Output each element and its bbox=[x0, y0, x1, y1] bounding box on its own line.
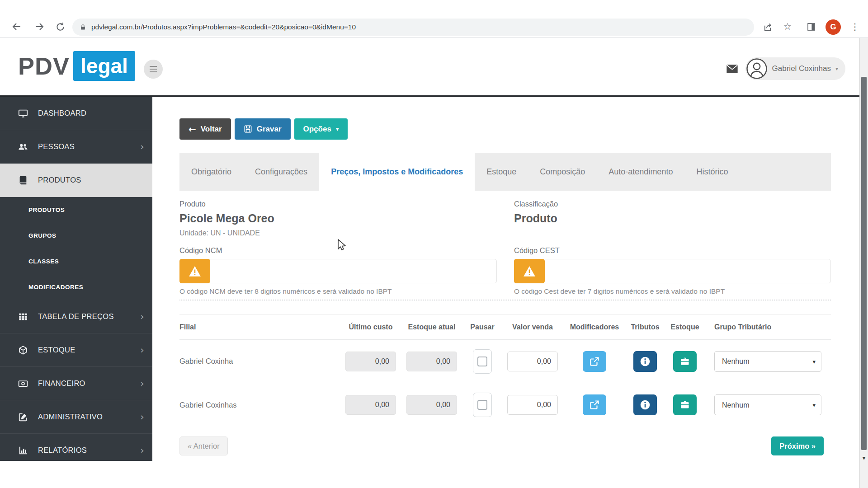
col-header-estoque-atual: Estoque atual bbox=[401, 323, 463, 331]
tab-configuracoes[interactable]: Configurações bbox=[243, 153, 319, 191]
grupo-tributario-select-wrap: Nenhum ▾ bbox=[714, 351, 821, 372]
tributos-button[interactable] bbox=[633, 394, 657, 415]
cube-icon bbox=[18, 345, 28, 355]
codigo-ncm-input[interactable] bbox=[179, 259, 497, 283]
browser-back-icon[interactable] bbox=[10, 20, 24, 33]
opcoes-button[interactable]: Opções ▾ bbox=[294, 118, 348, 140]
briefcase-icon bbox=[679, 399, 690, 410]
tab-bar: Obrigatório Configurações Preços, Impost… bbox=[179, 153, 831, 191]
estoque-row-button[interactable] bbox=[673, 394, 697, 415]
tab-composicao[interactable]: Composição bbox=[528, 153, 597, 191]
ncm-help-text: O código NCM deve ter 8 digitos numérico… bbox=[179, 287, 497, 296]
col-header-modificadores: Modificadores bbox=[563, 323, 626, 331]
cest-warning-button[interactable] bbox=[514, 259, 545, 283]
sidebar-item-produtos[interactable]: PRODUTOS bbox=[0, 164, 152, 197]
submenu-item-modificadores[interactable]: MODIFICADORES bbox=[0, 274, 152, 300]
side-panel-icon[interactable] bbox=[805, 21, 817, 33]
tab-estoque[interactable]: Estoque bbox=[475, 153, 528, 191]
grupo-tributario-select[interactable]: Nenhum bbox=[714, 394, 821, 415]
tab-historico[interactable]: Histórico bbox=[684, 153, 740, 191]
gravar-button[interactable]: Gravar bbox=[235, 118, 291, 140]
external-link-icon bbox=[589, 399, 600, 410]
modificadores-button[interactable] bbox=[583, 394, 606, 415]
book-icon bbox=[18, 175, 28, 185]
page-scrollbar[interactable]: ▾ bbox=[859, 38, 868, 488]
ultimo-custo-input bbox=[345, 352, 396, 371]
share-icon[interactable] bbox=[762, 21, 774, 33]
browser-forward-icon[interactable] bbox=[33, 20, 46, 33]
tab-obrigatorio[interactable]: Obrigatório bbox=[179, 153, 243, 191]
save-floppy-icon bbox=[244, 125, 252, 133]
sidebar-item-label: DASHBOARD bbox=[38, 109, 86, 117]
url-bar[interactable]: pdvlegal.com.br/Produtos.aspx?impProblem… bbox=[72, 19, 754, 36]
hamburger-icon bbox=[150, 66, 157, 67]
messages-envelope-icon[interactable] bbox=[726, 64, 738, 74]
proximo-button[interactable]: Próximo » bbox=[771, 436, 824, 455]
sidebar-item-label: ESTOQUE bbox=[38, 346, 75, 354]
browser-reload-icon[interactable] bbox=[53, 20, 67, 33]
sidebar-item-estoque[interactable]: ESTOQUE › bbox=[0, 333, 152, 367]
valor-venda-input[interactable] bbox=[507, 395, 558, 415]
sidebar-item-financeiro[interactable]: FINANCEIRO › bbox=[0, 367, 152, 400]
classificacao-value: Produto bbox=[514, 212, 831, 225]
table-row: Gabriel Coxinha Nenhum ▾ bbox=[179, 340, 831, 383]
submenu-item-grupos[interactable]: GRUPOS bbox=[0, 223, 152, 249]
estoque-row-button[interactable] bbox=[673, 351, 697, 372]
grupo-tributario-select[interactable]: Nenhum bbox=[714, 351, 821, 372]
price-table-grid-icon bbox=[18, 312, 28, 322]
sidebar-item-pessoas[interactable]: PESSOAS › bbox=[0, 130, 152, 164]
user-menu[interactable]: Gabriel Coxinhas ▾ bbox=[745, 57, 845, 80]
codigo-cest-input[interactable] bbox=[514, 259, 831, 283]
user-avatar-icon bbox=[746, 58, 768, 80]
sidebar-item-tabela-de-precos[interactable]: TABELA DE PREÇOS › bbox=[0, 300, 152, 333]
url-text: pdvlegal.com.br/Produtos.aspx?impProblem… bbox=[91, 23, 356, 31]
screen: pdvlegal.com.br/Produtos.aspx?impProblem… bbox=[0, 0, 868, 488]
info-icon bbox=[639, 399, 651, 411]
tab-precos-impostos-modificadores[interactable]: Preços, Impostos e Modificadores bbox=[319, 153, 475, 191]
codigo-ncm-label: Código NCM bbox=[179, 246, 497, 255]
pagination: « Anterior Próximo » bbox=[179, 436, 831, 455]
back-arrow-icon: ← bbox=[189, 124, 196, 135]
bookmark-star-icon[interactable]: ☆ bbox=[782, 21, 793, 33]
filial-name: Gabriel Coxinhas bbox=[179, 401, 341, 409]
pausar-checkbox[interactable] bbox=[473, 393, 492, 417]
col-header-filial: Filial bbox=[179, 323, 341, 331]
scrollbar-down-arrow-icon[interactable]: ▾ bbox=[860, 455, 868, 461]
chevron-right-icon: › bbox=[140, 312, 144, 322]
chevron-right-icon: › bbox=[140, 379, 144, 389]
browser-menu-dots-icon[interactable]: ⋮ bbox=[849, 21, 861, 33]
logo-text-legal: legal bbox=[73, 51, 135, 81]
col-header-tributos: Tributos bbox=[626, 323, 665, 331]
main-content: ← Voltar Gravar Opções ▾ Obrigatório Con… bbox=[152, 97, 859, 488]
sidebar-item-dashboard[interactable]: DASHBOARD bbox=[0, 97, 152, 130]
sidebar: DASHBOARD PESSOAS › PRODUTOS PRODUTOS GR… bbox=[0, 97, 152, 461]
tab-auto-atendimento[interactable]: Auto-atendimento bbox=[597, 153, 684, 191]
sidebar-item-administrativo[interactable]: ADMINISTRATIVO › bbox=[0, 400, 152, 434]
sidebar-toggle-button[interactable] bbox=[144, 60, 163, 79]
pausar-checkbox[interactable] bbox=[473, 349, 492, 374]
edit-pencil-icon bbox=[18, 412, 28, 422]
produtos-submenu: PRODUTOS GRUPOS CLASSES MODIFICADORES bbox=[0, 197, 152, 300]
warning-triangle-icon bbox=[523, 265, 536, 277]
submenu-item-classes[interactable]: CLASSES bbox=[0, 249, 152, 274]
briefcase-icon bbox=[679, 356, 690, 367]
ncm-warning-button[interactable] bbox=[179, 259, 210, 283]
user-name: Gabriel Coxinhas bbox=[772, 64, 831, 73]
sidebar-item-label: RELATÓRIOS bbox=[38, 446, 87, 455]
external-link-icon bbox=[589, 356, 600, 367]
anterior-button[interactable]: « Anterior bbox=[179, 436, 228, 455]
tributos-button[interactable] bbox=[633, 351, 657, 372]
valor-venda-input[interactable] bbox=[507, 352, 558, 371]
sidebar-item-label: PESSOAS bbox=[38, 142, 75, 151]
scrollbar-thumb[interactable] bbox=[861, 77, 867, 450]
voltar-button[interactable]: ← Voltar bbox=[179, 118, 231, 140]
money-icon bbox=[18, 379, 28, 389]
estoque-atual-input bbox=[406, 352, 457, 371]
sidebar-item-relatorios[interactable]: RELATÓRIOS › bbox=[0, 434, 152, 467]
action-toolbar: ← Voltar Gravar Opções ▾ bbox=[179, 118, 348, 140]
browser-profile-avatar[interactable]: G bbox=[826, 19, 841, 35]
modificadores-button[interactable] bbox=[583, 351, 606, 372]
submenu-item-produtos[interactable]: PRODUTOS bbox=[0, 197, 152, 223]
app-logo[interactable]: PDV legal bbox=[18, 48, 135, 84]
ultimo-custo-input bbox=[345, 395, 396, 415]
